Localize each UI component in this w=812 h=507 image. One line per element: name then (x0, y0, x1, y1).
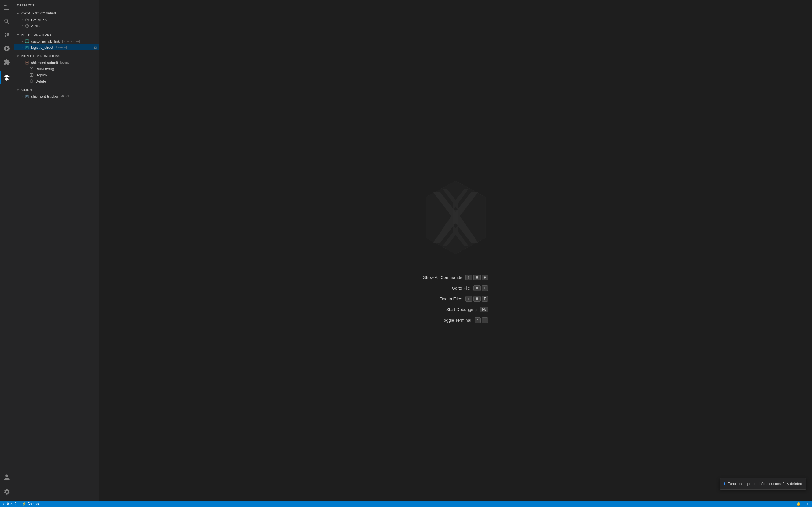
tree-item-deploy[interactable]: Deploy (13, 72, 99, 78)
chevron-apig: › (20, 24, 25, 28)
tree-item-shipment-tracker[interactable]: › shipment-tracker v0.0.1 (13, 93, 99, 100)
tree-label-logistic-struct: logistic_struct (31, 45, 53, 50)
chevron-shipment-submit: › (20, 60, 25, 65)
delete-icon (29, 79, 34, 83)
activity-bar-explorer[interactable] (0, 1, 13, 15)
chevron-logistic-struct: › (20, 45, 25, 50)
chevron-customer-db: › (20, 39, 25, 43)
copy-action-icon[interactable]: ⧉ (94, 45, 97, 50)
tree-item-logistic-struct[interactable]: › logistic_struct [basicio] ⧉ (13, 44, 99, 50)
nonhttp-icon-shipment-submit (25, 60, 29, 65)
svg-point-5 (27, 62, 28, 63)
section-label-client: CLIENT (21, 88, 34, 92)
section-chevron-http: ▾ (16, 33, 20, 37)
tree-badge-customer-db: [advancedio] (62, 40, 80, 43)
chevron-shipment-tracker: › (20, 94, 25, 99)
search-icon (3, 18, 10, 25)
sidebar-header: CATALYST ··· (13, 0, 99, 10)
http-icon-customer-db (25, 39, 29, 43)
section-label-http: HTTP FUNCTIONS (21, 33, 52, 36)
tree-item-customer-db-link[interactable]: › customer_db_link [advancedio] (13, 38, 99, 44)
activity-bar-search[interactable] (0, 15, 13, 28)
run-debug-icon (29, 66, 34, 71)
chevron-catalyst: › (20, 17, 25, 22)
tree-badge-shipment-submit: [event] (60, 61, 69, 64)
gear-catalyst-icon (25, 17, 29, 22)
activity-bar-source-control[interactable] (0, 28, 13, 42)
extensions-icon (3, 59, 10, 65)
svg-point-1 (26, 24, 29, 27)
tree-label-deploy: Deploy (36, 73, 47, 77)
section-chevron-nonhttp: ▾ (16, 54, 20, 58)
tree-label-customer-db: customer_db_link (31, 39, 60, 43)
section-chevron-configs: ▾ (16, 11, 20, 15)
section-non-http-functions[interactable]: ▾ NON HTTP FUNCTIONS (13, 53, 99, 59)
tree-item-run-debug[interactable]: Run/Debug (13, 66, 99, 72)
tree-item-catalyst-config[interactable]: › CATALYST (13, 17, 99, 23)
tree-item-delete[interactable]: Delete (13, 78, 99, 84)
svg-point-0 (26, 18, 29, 21)
run-icon (3, 45, 10, 52)
activity-bar-catalyst[interactable] (0, 71, 13, 84)
main-content: Show All Commands ⇧ ⌘ P Go to File ⌘ P F… (99, 0, 406, 253)
tree-label-catalyst-config: CATALYST (31, 18, 49, 22)
sidebar-title: CATALYST (17, 3, 35, 7)
files-icon (3, 4, 10, 11)
section-chevron-client: ▾ (16, 88, 20, 92)
section-http-functions[interactable]: ▾ HTTP FUNCTIONS (13, 31, 99, 38)
section-catalyst-configs[interactable]: ▾ CATALYST CONFIGS (13, 10, 99, 17)
deploy-icon (29, 73, 34, 77)
tree-badge-logistic-struct: [basicio] (56, 46, 67, 49)
tree-badge-shipment-tracker: v0.0.1 (61, 95, 69, 98)
section-client[interactable]: ▾ CLIENT (13, 87, 99, 93)
http-icon-logistic-struct (25, 45, 29, 50)
gear-apig-icon (25, 24, 29, 28)
source-control-icon (3, 32, 10, 38)
tree-item-shipment-submit[interactable]: › shipment-submit [event] (13, 59, 99, 66)
sidebar: CATALYST ··· ▾ CATALYST CONFIGS › CATALY… (13, 0, 99, 253)
more-actions-button[interactable]: ··· (91, 2, 96, 8)
tree-item-apig-config[interactable]: › APIG (13, 23, 99, 29)
section-label-configs: CATALYST CONFIGS (21, 11, 56, 15)
tree-label-shipment-submit: shipment-submit (31, 61, 58, 65)
tree-label-apig-config: APIG (31, 24, 40, 28)
tree-label-delete: Delete (36, 79, 46, 83)
activity-bar (0, 0, 13, 253)
tree-label-shipment-tracker: shipment-tracker (31, 94, 58, 99)
client-icon-shipment-tracker (25, 94, 29, 99)
section-label-nonhttp: NON HTTP FUNCTIONS (21, 54, 61, 58)
tree-label-run-debug: Run/Debug (36, 67, 54, 71)
catalyst-icon (3, 74, 10, 81)
svg-rect-4 (26, 61, 29, 64)
sidebar-header-actions: ··· (91, 2, 96, 8)
activity-bar-run[interactable] (0, 42, 13, 55)
activity-bar-extensions[interactable] (0, 55, 13, 69)
